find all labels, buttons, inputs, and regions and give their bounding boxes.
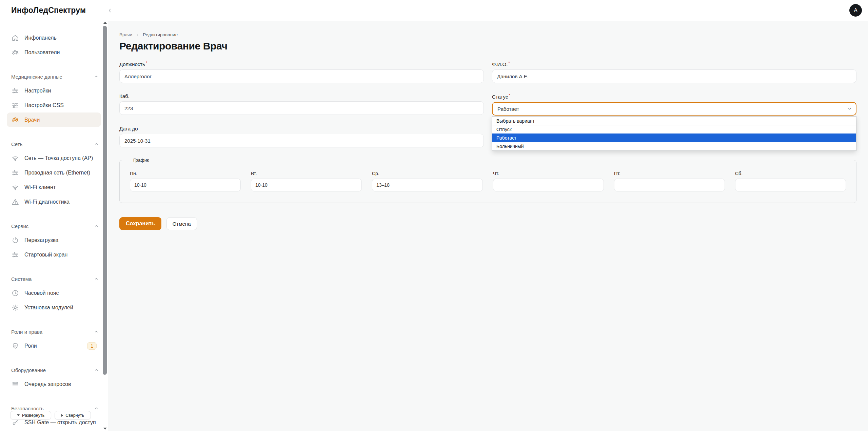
sidebar-item-label: Установка модулей (24, 305, 73, 311)
fio-field: Ф.И.О.* (492, 61, 856, 83)
avatar-initial: A (854, 7, 857, 14)
top-header: ИнфоЛедСпектрум A (0, 0, 868, 21)
wifi-icon (11, 154, 19, 162)
sidebar-item-timezone[interactable]: Часовой пояс (7, 286, 101, 300)
section-label: Роли и права (11, 329, 42, 335)
room-input[interactable] (119, 101, 484, 115)
status-select[interactable]: Работает (492, 102, 856, 116)
expand-all-label: Развернуть (22, 413, 44, 418)
sidebar-item-reboot[interactable]: Перезагрузка (7, 233, 101, 247)
section-label: Сервис (11, 223, 28, 229)
sidebar-item-doctors[interactable]: Врачи (7, 112, 101, 127)
sidebar-item-dashboard[interactable]: Инфопанель (7, 30, 101, 45)
sidebar-item-request-queue[interactable]: Очередь запросов (7, 377, 101, 391)
sidebar-item-install-modules[interactable]: Установка модулей (7, 300, 101, 315)
sidebar-item-start-screen[interactable]: Стартовый экран (7, 247, 101, 262)
status-dropdown: Выбрать вариант Отпуск Работает Больничн… (492, 116, 856, 151)
sidebar-section-service[interactable]: Сервис (0, 219, 108, 233)
chevron-up-icon (94, 74, 99, 79)
sidebar-collapse-button[interactable] (107, 7, 113, 14)
day-label: Ср. (372, 171, 483, 176)
saturday-input[interactable] (735, 179, 846, 191)
sidebar-item-label: Сеть — Точка доступа (AP) (24, 155, 93, 161)
app-root: ИнфоЛедСпектрум A Инфопанель (0, 0, 868, 431)
sidebar-item-label: Wi-Fi диагностика (24, 199, 70, 205)
home-icon (11, 34, 19, 42)
sidebar-section-system[interactable]: Система (0, 272, 108, 286)
triangle-down-icon (17, 414, 20, 416)
sidebar-item-label: Wi-Fi клиент (24, 184, 56, 190)
sidebar-section-equipment[interactable]: Оборудование (0, 363, 108, 377)
day-wednesday: Ср. (372, 171, 483, 191)
queue-icon (11, 380, 19, 388)
chevron-up-icon (94, 224, 99, 228)
fio-input[interactable] (492, 69, 856, 83)
status-option-placeholder[interactable]: Выбрать вариант (492, 117, 856, 125)
sidebar-item-label: SSH Gate — открыть доступ (24, 419, 96, 426)
position-input[interactable] (119, 69, 484, 83)
status-option-working[interactable]: Работает (492, 134, 856, 142)
day-monday: Пн. (130, 171, 241, 191)
key-icon (11, 418, 19, 427)
thursday-input[interactable] (493, 179, 604, 191)
day-tuesday: Вт. (251, 171, 362, 191)
sidebar-scrollbar[interactable] (103, 21, 107, 431)
position-field: Должность* (119, 61, 484, 83)
room-label: Каб. (119, 93, 484, 99)
breadcrumb-doctors[interactable]: Врачи (119, 32, 132, 37)
sidebar-item-roles[interactable]: Роли 1 (7, 338, 101, 353)
chevron-up-icon (94, 142, 99, 146)
day-label: Сб. (735, 171, 846, 176)
expand-all-button[interactable]: Развернуть (10, 411, 51, 419)
sidebar-item-label: Роли (24, 343, 37, 349)
tuesday-input[interactable] (251, 179, 362, 191)
sidebar-item-wifi-client[interactable]: Wi-Fi клиент (7, 180, 101, 194)
chevron-up-icon (94, 276, 99, 281)
day-saturday: Сб. (735, 171, 846, 191)
friday-input[interactable] (614, 179, 725, 191)
sidebar-item-settings-css[interactable]: Настройки CSS (7, 98, 101, 112)
status-option-sick-leave[interactable]: Больничный (492, 142, 856, 150)
user-avatar[interactable]: A (849, 4, 862, 17)
sidebar-section-roles-rights[interactable]: Роли и права (0, 325, 108, 338)
breadcrumb: Врачи Редактирование (119, 32, 856, 37)
scrollbar-down-icon[interactable] (103, 428, 107, 430)
sidebar-item-wifi-diagnostics[interactable]: Wi-Fi диагностика (7, 194, 101, 209)
section-label: Сеть (11, 141, 22, 147)
gear-icon (11, 304, 19, 312)
section-label: Безопасность (11, 406, 44, 411)
status-label: Статус* (492, 93, 856, 100)
sidebar-section-network[interactable]: Сеть (0, 137, 108, 151)
section-label: Медицинские данные (11, 74, 62, 80)
sidebar-item-label: Настройки (24, 88, 51, 94)
sidebar-section-medical-data[interactable]: Медицинские данные (0, 70, 108, 83)
cancel-button[interactable]: Отмена (166, 217, 197, 230)
sliders-icon (11, 251, 19, 259)
sidebar-item-label: Часовой пояс (24, 290, 59, 296)
sidebar-item-settings[interactable]: Настройки (7, 83, 101, 98)
position-label: Должность* (119, 61, 484, 67)
sliders-icon (11, 87, 19, 95)
scrollbar-up-icon[interactable] (103, 22, 107, 24)
sidebar-item-label: Перезагрузка (24, 237, 58, 243)
save-button[interactable]: Сохранить (119, 217, 161, 230)
sidebar-item-network-ap[interactable]: Сеть — Точка доступа (AP) (7, 151, 101, 165)
section-label: Оборудование (11, 367, 46, 373)
sidebar-item-label: Пользователи (24, 49, 60, 56)
triangle-right-icon (61, 414, 63, 417)
scrollbar-thumb[interactable] (103, 26, 107, 375)
form-actions: Сохранить Отмена (119, 217, 856, 230)
sidebar-item-ethernet[interactable]: Проводная сеть (Ethernet) (7, 165, 101, 180)
status-option-vacation[interactable]: Отпуск (492, 125, 856, 134)
wednesday-input[interactable] (372, 179, 483, 191)
sliders-icon (11, 101, 19, 109)
sidebar-item-users[interactable]: Пользователи (7, 45, 101, 60)
sliders-icon (11, 169, 19, 177)
sidebar-item-label: Врачи (24, 117, 40, 123)
collapse-all-button[interactable]: Свернуть (55, 411, 91, 419)
chevron-right-icon (136, 33, 139, 37)
fio-label: Ф.И.О.* (492, 61, 856, 67)
date-to-input[interactable] (119, 134, 484, 147)
monday-input[interactable] (130, 179, 241, 191)
doctor-edit-form: Должность* Ф.И.О.* Каб. Статус* Работает (119, 61, 856, 230)
